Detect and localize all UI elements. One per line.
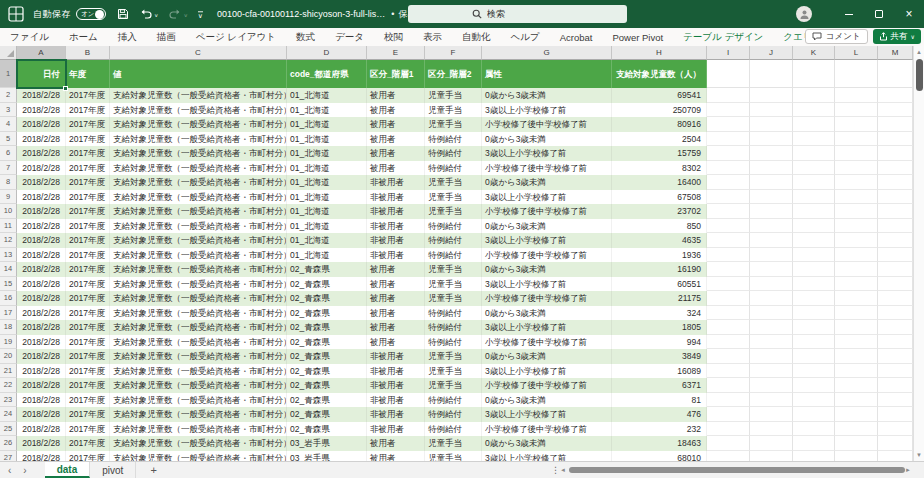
cell[interactable]: 児童手当 [425, 277, 482, 292]
sheet-tab-data[interactable]: data [45, 462, 91, 478]
empty-cell[interactable] [835, 88, 878, 103]
cell[interactable]: 476 [612, 407, 707, 422]
empty-cell[interactable] [750, 364, 793, 379]
row-header-2[interactable]: 2 [0, 88, 17, 103]
cell[interactable]: 16400 [612, 175, 707, 190]
autosave-toggle[interactable]: オン [76, 8, 106, 20]
empty-cell[interactable] [835, 248, 878, 263]
horizontal-scrollbar[interactable]: ◄ ► [560, 462, 914, 478]
cell[interactable]: 15759 [612, 146, 707, 161]
cell[interactable]: 支給対象児童数（一般受給資格者・市町村分） [110, 161, 287, 176]
empty-cell[interactable] [878, 349, 913, 364]
table-header-cell-0[interactable]: 日付 [17, 60, 66, 88]
empty-cell[interactable] [707, 60, 750, 88]
cell[interactable]: 児童手当 [425, 204, 482, 219]
cell[interactable]: 2017年度 [66, 277, 110, 292]
customize-quick-access-icon[interactable]: ∨ [198, 11, 203, 17]
horizontal-scroll-track[interactable] [569, 467, 905, 474]
cell[interactable]: 支給対象児童数（一般受給資格者・市町村分） [110, 320, 287, 335]
cell[interactable]: 2018/2/28 [17, 219, 66, 234]
empty-cell[interactable] [878, 335, 913, 350]
cell[interactable]: 67508 [612, 190, 707, 205]
cell[interactable]: 非被用者 [367, 219, 425, 234]
vertical-scroll-thumb[interactable] [916, 59, 923, 91]
row-header-8[interactable]: 8 [0, 175, 17, 190]
empty-cell[interactable] [750, 248, 793, 263]
share-button[interactable]: 共有 ∨ [873, 29, 921, 44]
cell[interactable]: 3歳以上小学校修了前 [482, 190, 612, 205]
empty-cell[interactable] [750, 378, 793, 393]
cell[interactable]: 02_青森県 [287, 422, 367, 437]
cell[interactable]: 850 [612, 219, 707, 234]
empty-cell[interactable] [707, 161, 750, 176]
cell[interactable]: 支給対象児童数（一般受給資格者・市町村分） [110, 364, 287, 379]
empty-cell[interactable] [707, 233, 750, 248]
cell[interactable]: 01_北海道 [287, 248, 367, 263]
cell[interactable]: 80916 [612, 117, 707, 132]
cell[interactable]: 3歳以上小学校修了前 [482, 146, 612, 161]
cell[interactable]: 特例給付 [425, 161, 482, 176]
ribbon-contextual-tab-テーブル デザイン[interactable]: テーブル デザイン [683, 31, 763, 44]
cell[interactable]: 非被用者 [367, 204, 425, 219]
cell[interactable]: 03_岩手県 [287, 451, 367, 462]
cell[interactable]: 2018/2/28 [17, 132, 66, 147]
empty-cell[interactable] [793, 262, 835, 277]
cell[interactable]: 支給対象児童数（一般受給資格者・市町村分） [110, 132, 287, 147]
cell[interactable]: 2017年度 [66, 262, 110, 277]
scroll-left-icon[interactable]: ◄ [560, 467, 569, 473]
cell[interactable]: 支給対象児童数（一般受給資格者・市町村分） [110, 407, 287, 422]
cell[interactable]: 支給対象児童数（一般受給資格者・市町村分） [110, 248, 287, 263]
cell[interactable]: 0歳から3歳未満 [482, 175, 612, 190]
row-header-16[interactable]: 16 [0, 291, 17, 306]
cell[interactable]: 児童手当 [425, 117, 482, 132]
empty-cell[interactable] [878, 262, 913, 277]
cell[interactable]: 児童手当 [425, 378, 482, 393]
empty-cell[interactable] [707, 291, 750, 306]
empty-cell[interactable] [878, 60, 913, 88]
cell[interactable]: 02_青森県 [287, 335, 367, 350]
empty-cell[interactable] [750, 349, 793, 364]
empty-cell[interactable] [835, 60, 878, 88]
empty-cell[interactable] [793, 161, 835, 176]
empty-cell[interactable] [750, 407, 793, 422]
cell[interactable]: 0歳から3歳未満 [482, 88, 612, 103]
cell[interactable]: 2018/2/28 [17, 262, 66, 277]
cell[interactable]: 被用者 [367, 117, 425, 132]
cell[interactable]: 非被用者 [367, 349, 425, 364]
empty-cell[interactable] [835, 277, 878, 292]
empty-cell[interactable] [878, 88, 913, 103]
ribbon-tab-Power Pivot[interactable]: Power Pivot [612, 32, 663, 43]
row-header-14[interactable]: 14 [0, 262, 17, 277]
cell[interactable]: 小学校修了後中学校修了前 [482, 335, 612, 350]
cell[interactable]: 01_北海道 [287, 219, 367, 234]
empty-cell[interactable] [793, 233, 835, 248]
column-header-E[interactable]: E [367, 46, 425, 60]
cell[interactable]: 250709 [612, 103, 707, 118]
cell[interactable]: 支給対象児童数（一般受給資格者・市町村分） [110, 349, 287, 364]
empty-cell[interactable] [750, 60, 793, 88]
empty-cell[interactable] [878, 364, 913, 379]
empty-cell[interactable] [793, 306, 835, 321]
empty-cell[interactable] [750, 291, 793, 306]
scroll-up-icon[interactable]: ▲ [916, 46, 922, 58]
empty-cell[interactable] [878, 146, 913, 161]
cell[interactable]: 4635 [612, 233, 707, 248]
empty-cell[interactable] [835, 364, 878, 379]
empty-cell[interactable] [878, 291, 913, 306]
cell[interactable]: 支給対象児童数（一般受給資格者・市町村分） [110, 277, 287, 292]
cell[interactable]: 3849 [612, 349, 707, 364]
cell[interactable]: 非被用者 [367, 233, 425, 248]
undo-dropdown-icon[interactable]: ∨ [154, 11, 158, 17]
cell[interactable]: 支給対象児童数（一般受給資格者・市町村分） [110, 291, 287, 306]
cell[interactable]: 特例給付 [425, 233, 482, 248]
cell[interactable]: 小学校修了後中学校修了前 [482, 248, 612, 263]
cell[interactable]: 3歳以上小学校修了前 [482, 364, 612, 379]
cell[interactable]: 2017年度 [66, 88, 110, 103]
cell[interactable]: 02_青森県 [287, 364, 367, 379]
empty-cell[interactable] [793, 436, 835, 451]
empty-cell[interactable] [835, 378, 878, 393]
empty-cell[interactable] [878, 161, 913, 176]
empty-cell[interactable] [793, 320, 835, 335]
cell[interactable]: 2018/2/28 [17, 451, 66, 462]
add-sheet-button[interactable]: + [150, 462, 156, 478]
